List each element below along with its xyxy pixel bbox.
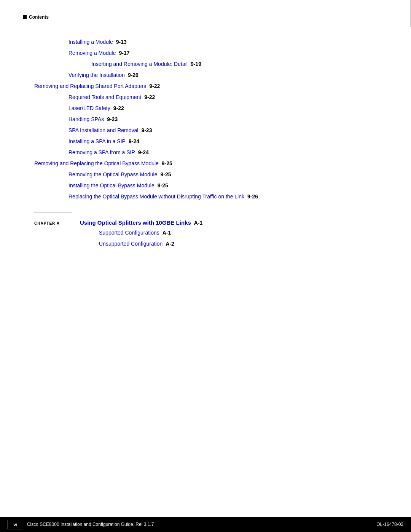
toc-page-verifying-installation: 9-20 <box>128 71 139 79</box>
toc-link-spa-installation-removal[interactable]: SPA Installation and Removal <box>68 126 138 134</box>
footer-doc-number: OL-16478-02 <box>376 522 403 527</box>
toc-link-installing-a-module[interactable]: Installing a Module <box>68 38 113 46</box>
toc-content: Installing a Module 9-13 Removing a Modu… <box>23 30 388 251</box>
chapter-a-title-link[interactable]: Using Optical Splitters with 10GBE Links <box>80 219 191 226</box>
toc-page-removing-replacing-optical: 9-25 <box>162 160 172 168</box>
toc-page-spa-installation-removal: 9-23 <box>141 126 152 134</box>
chapter-separator <box>34 212 72 212</box>
toc-page-removing-replacing-spa: 9-22 <box>149 82 160 90</box>
top-border <box>0 23 411 23</box>
toc-link-handling-spas[interactable]: Handling SPAs <box>68 115 104 123</box>
toc-page-installing-a-module: 9-13 <box>116 38 127 46</box>
toc-page-unsupported-configuration: A-2 <box>166 240 174 248</box>
toc-link-unsupported-configuration[interactable]: Unsupported Configuration <box>99 240 162 248</box>
toc-page-installing-optical-bypass: 9-25 <box>158 182 168 190</box>
toc-row-removing-a-module: Removing a Module 9-17 <box>23 49 388 57</box>
toc-row-removing-replacing-optical: Removing and Replacing the Optical Bypas… <box>23 160 388 168</box>
toc-entries: Installing a Module 9-13 Removing a Modu… <box>23 30 388 201</box>
footer-page-number: vi <box>8 520 23 529</box>
toc-link-laser-led-safety[interactable]: Laser/LED Safety <box>68 104 110 112</box>
toc-link-verifying-installation[interactable]: Verifying the Installation <box>68 71 125 79</box>
toc-page-required-tools: 9-22 <box>144 93 155 101</box>
toc-row-spa-installation-removal: SPA Installation and Removal 9-23 <box>23 126 388 134</box>
toc-row-removing-optical-bypass: Removing the Optical Bypass Module 9-25 <box>23 171 388 179</box>
header-square-icon <box>23 15 27 19</box>
toc-row-installing-a-module: Installing a Module 9-13 <box>23 38 388 46</box>
toc-page-supported-configurations: A-1 <box>162 229 171 237</box>
toc-link-removing-replacing-optical[interactable]: Removing and Replacing the Optical Bypas… <box>34 160 159 168</box>
toc-row-verifying-installation: Verifying the Installation 9-20 <box>23 71 388 79</box>
toc-link-replacing-optical-bypass[interactable]: Replacing the Optical Bypass Module with… <box>68 193 244 201</box>
toc-row-laser-led-safety: Laser/LED Safety 9-22 <box>23 104 388 112</box>
toc-page-handling-spas: 9-23 <box>107 115 118 123</box>
toc-link-removing-optical-bypass[interactable]: Removing the Optical Bypass Module <box>68 171 157 179</box>
toc-row-inserting-removing-detail: Inserting and Removing a Module: Detail … <box>23 60 388 68</box>
chapter-a-label: CHAPTER A <box>34 221 72 225</box>
toc-page-laser-led-safety: 9-22 <box>113 104 124 112</box>
chapter-a-pagenum: A-1 <box>194 220 203 226</box>
footer-left: vi Cisco SCE8000 Installation and Config… <box>8 520 154 529</box>
toc-page-installing-spa-in-sip: 9-24 <box>129 137 139 145</box>
toc-link-installing-spa-in-sip[interactable]: Installing a SPA in a SIP <box>68 137 126 145</box>
toc-link-installing-optical-bypass[interactable]: Installing the Optical Bypass Module <box>68 182 155 190</box>
toc-page-removing-a-module: 9-17 <box>119 49 130 57</box>
toc-row-required-tools: Required Tools and Equipment 9-22 <box>23 93 388 101</box>
toc-link-inserting-removing-detail[interactable]: Inserting and Removing a Module: Detail <box>91 60 188 68</box>
footer-doc-title: Cisco SCE8000 Installation and Configura… <box>27 522 154 527</box>
chapter-a-sub-entries: Supported Configurations A-1 Unsupported… <box>99 229 388 248</box>
toc-link-removing-replacing-spa[interactable]: Removing and Replacing Shared Port Adapt… <box>34 82 146 90</box>
toc-page-removing-optical-bypass: 9-25 <box>160 171 171 179</box>
toc-row-installing-optical-bypass: Installing the Optical Bypass Module 9-2… <box>23 182 388 190</box>
toc-page-removing-spa-from-sip: 9-24 <box>138 149 149 157</box>
chapter-a-header-row: CHAPTER A Using Optical Splitters with 1… <box>23 219 388 226</box>
toc-row-installing-spa-in-sip: Installing a SPA in a SIP 9-24 <box>23 137 388 145</box>
toc-row-unsupported-configuration: Unsupported Configuration A-2 <box>99 240 388 248</box>
toc-link-supported-configurations[interactable]: Supported Configurations <box>99 229 159 237</box>
toc-row-supported-configurations: Supported Configurations A-1 <box>99 229 388 237</box>
toc-link-required-tools[interactable]: Required Tools and Equipment <box>68 93 141 101</box>
footer: vi Cisco SCE8000 Installation and Config… <box>0 517 411 532</box>
header: Contents <box>23 14 49 20</box>
header-label: Contents <box>29 14 49 20</box>
toc-page-replacing-optical-bypass: 9-26 <box>247 193 258 201</box>
toc-link-removing-spa-from-sip[interactable]: Removing a SPA from a SIP <box>68 149 135 157</box>
toc-link-removing-a-module[interactable]: Removing a Module <box>68 49 116 57</box>
toc-row-removing-spa-from-sip: Removing a SPA from a SIP 9-24 <box>23 149 388 157</box>
toc-row-removing-replacing-spa: Removing and Replacing Shared Port Adapt… <box>23 82 388 90</box>
toc-page-inserting-removing-detail: 9-19 <box>191 60 201 68</box>
toc-row-handling-spas: Handling SPAs 9-23 <box>23 115 388 123</box>
toc-row-replacing-optical-bypass: Replacing the Optical Bypass Module with… <box>23 193 388 201</box>
